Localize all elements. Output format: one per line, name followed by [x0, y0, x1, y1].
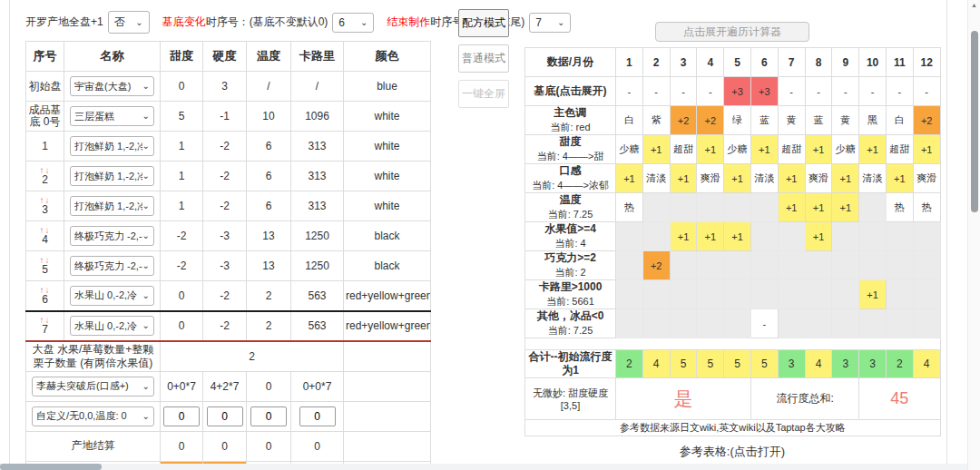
month-cell	[750, 251, 778, 280]
month-cell	[832, 280, 859, 309]
month-cell: -	[670, 77, 697, 106]
total-row: 合计--初始流行度为1245555343324	[525, 350, 941, 378]
vertical-scrollbar-thumb[interactable]	[971, 31, 978, 212]
seq-cell: 初始盘	[26, 72, 64, 102]
temp-cell: 2	[247, 281, 291, 311]
chevron-down-icon: ⌄	[142, 293, 150, 299]
month-cell: +2	[642, 251, 670, 280]
ingredient-row: 成品基底 0号三层蛋糕⌄5-1101096white	[26, 102, 431, 132]
ingredient-select[interactable]: 终极巧克力 -2,-3,热⌄	[70, 226, 154, 246]
month-cell	[724, 280, 751, 309]
month-cell	[697, 280, 724, 309]
scroll-up-icon[interactable]: ▲	[971, 2, 977, 8]
month-cell	[913, 309, 940, 338]
month-cell: -	[697, 77, 724, 106]
month-cell: 白	[886, 106, 913, 135]
ingredient-select[interactable]: 打泡鲜奶 1,-2,冷⌄	[70, 136, 154, 156]
color-cell: black	[344, 221, 431, 251]
fullscreen-button[interactable]: 一键全屏	[458, 80, 509, 108]
chevron-down-icon: ⌄	[142, 414, 150, 419]
matrix-row: 主色调当前: red白紫+2+2绿蓝黄蓝黄黑白+2	[525, 106, 941, 135]
month-cell: -	[913, 77, 940, 106]
month-header: 4	[697, 48, 724, 77]
month-cell	[616, 222, 643, 251]
color-cell: black	[344, 251, 431, 281]
ingredient-select[interactable]: 三层蛋糕⌄	[70, 106, 154, 126]
ingredient-select[interactable]: 自定义/无0,0,温度: 0⌄	[32, 406, 154, 426]
month-cell: 热	[913, 193, 940, 222]
seq-cell: ↑↓2	[26, 162, 64, 191]
month-cell: 黑	[859, 106, 887, 135]
month-cell: +1	[616, 164, 643, 193]
custom-value-input[interactable]	[250, 406, 287, 426]
matrix-row: 基底(点击展开)----+3+3------	[525, 77, 941, 106]
ingredient-select[interactable]: 水果山 0,-2,冷⌄	[70, 316, 154, 336]
traverse-calculator-toggle[interactable]: 点击展开遍历计算器	[655, 22, 809, 42]
chevron-down-icon: ⌄	[360, 20, 368, 25]
custom-value-input[interactable]	[163, 406, 200, 426]
color-cell: red+yellow+green+purple	[344, 311, 431, 341]
color-cell: white	[344, 191, 431, 221]
name-cell: 水果山 0,-2,冷⌄	[64, 311, 161, 341]
month-cell: +1	[805, 135, 832, 164]
ingredient-select[interactable]: 打泡鲜奶 1,-2,冷⌄	[70, 166, 154, 186]
total-month-cell: 3	[859, 350, 887, 378]
chevron-down-icon: ⌄	[135, 20, 142, 25]
kairo-origin-select[interactable]: 否 ⌄	[108, 11, 150, 34]
name-cell: 终极巧克力 -2,-3,热⌄	[64, 251, 161, 281]
horizontal-scrollbar-thumb[interactable]	[0, 464, 102, 470]
month-cell	[859, 251, 887, 280]
column-header: 颜色	[344, 42, 431, 72]
seq-cell: ↑↓6	[26, 281, 64, 311]
month-cell	[778, 280, 805, 309]
month-cell: 少糖	[616, 135, 643, 164]
chevron-down-icon: ⌄	[142, 203, 150, 209]
total-month-cell: 3	[778, 350, 805, 378]
recipe-mode-button[interactable]: 配方模式	[458, 9, 509, 37]
month-cell	[616, 280, 643, 309]
seq-label: 5	[42, 264, 48, 276]
month-cell: 少糖	[832, 135, 859, 164]
base-change-select[interactable]: 6 ⌄	[332, 13, 374, 33]
end-make-label-red: 结束制作	[387, 15, 430, 30]
month-cell: +1	[805, 222, 832, 251]
month-cell: +1	[670, 164, 697, 193]
month-cell: +1	[859, 280, 887, 309]
month-cell	[697, 309, 724, 338]
seq-label: 6	[42, 294, 48, 306]
ingredient-select[interactable]: 打泡鲜奶 1,-2,冷⌄	[70, 196, 154, 216]
ingredient-select[interactable]: 终极巧克力 -2,-3,热⌄	[70, 256, 154, 276]
ingredient-select[interactable]: 水果山 0,-2,冷⌄	[70, 286, 154, 306]
month-header-row: 数据/月份123456789101112	[525, 48, 941, 77]
matrix-row-label: 温度当前: 7.25	[525, 193, 616, 222]
empty-cell	[344, 431, 431, 461]
ingredient-select[interactable]: 李赫夫突破后(口感+)⌄	[32, 377, 154, 397]
cal-cell: 313	[291, 191, 344, 221]
month-cell: +1	[805, 193, 832, 222]
matrix-row-label[interactable]: 基底(点击展开)	[525, 77, 616, 106]
total-month-cell: 4	[642, 350, 670, 378]
normal-mode-button[interactable]: 普通模式	[458, 44, 509, 73]
month-cell: 黄	[832, 106, 859, 135]
base-change-control: 基底变化 时序号：(基底不变默认0) 6 ⌄	[162, 13, 375, 33]
temp-cell: 6	[247, 132, 291, 162]
month-cell	[805, 280, 832, 309]
recipe-panel: 开罗产地全盘+1 否 ⌄ 基底变化 时序号：(基底不变默认0) 6 ⌄ 结束制作…	[25, 11, 452, 470]
ingredient-select[interactable]: 宇宙盘(大盘)⌄	[70, 76, 154, 96]
hard-cell: -2	[203, 311, 247, 341]
custom-value-input[interactable]	[299, 406, 336, 426]
month-cell	[778, 251, 805, 280]
month-header: 5	[724, 48, 751, 77]
month-cell: +1	[697, 135, 724, 164]
custom-value-input[interactable]	[207, 406, 243, 426]
reference-table-link[interactable]: 参考表格:(点击打开)	[524, 444, 940, 460]
name-cell: 打泡鲜奶 1,-2,冷⌄	[64, 191, 161, 221]
month-cell: +1	[886, 164, 913, 193]
month-cell: -	[886, 77, 913, 106]
empty-cell	[344, 401, 431, 431]
hard-cell: -3	[203, 251, 247, 281]
seq-label: 4	[42, 234, 48, 246]
sweet-cell: -2	[161, 221, 203, 251]
cal-cell: 1250	[291, 251, 344, 281]
month-cell	[859, 222, 887, 251]
